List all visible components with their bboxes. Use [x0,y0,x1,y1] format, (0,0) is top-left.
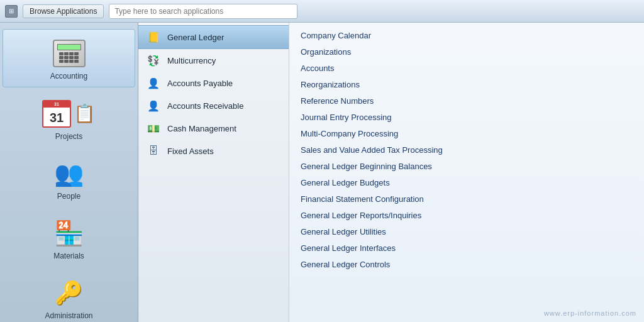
right-item-gl-controls[interactable]: General Ledger Controls [299,257,634,273]
sidebar-item-projects[interactable]: 31 31 📋 Projects [3,90,135,147]
multicurrency-label: Multicurrency [167,56,216,65]
administration-icon: 🔑 [50,275,88,310]
sidebar-materials-label: Materials [53,252,84,260]
main-container: Accounting 31 31 📋 Projects 👥 People [0,23,644,322]
sidebar-people-label: People [57,192,80,201]
right-item-reorganizations[interactable]: Reorganizations [299,77,634,93]
right-item-gl-budgets[interactable]: General Ledger Budgets [299,175,634,191]
fixed-assets-label: Fixed Assets [167,147,214,156]
sidebar-item-people[interactable]: 👥 People [3,150,135,207]
right-item-sales-value-added[interactable]: Sales and Value Added Tax Processing [299,142,634,158]
sidebar-item-materials[interactable]: 🏪 Materials [3,209,135,267]
accounts-payable-label: Accounts Payable [167,79,233,88]
browse-apps-button[interactable]: Browse Applications [23,4,104,18]
general-ledger-icon: 📒 [145,30,162,45]
sidebar: Accounting 31 31 📋 Projects 👥 People [0,23,138,322]
accounts-receivable-label: Accounts Receivable [167,101,243,111]
middle-item-general-ledger[interactable]: 📒 General Ledger [138,25,289,49]
right-item-multi-company-processing[interactable]: Multi-Company Processing [299,126,634,142]
cash-management-icon: 💵 [145,121,162,136]
right-item-accounts[interactable]: Accounts [299,60,634,77]
app-icon: ⊞ [5,5,18,18]
top-bar: ⊞ Browse Applications [0,0,644,23]
materials-icon: 🏪 [50,216,88,250]
middle-item-accounts-receivable[interactable]: 👤 Accounts Receivable [138,94,289,117]
right-item-gl-utilities[interactable]: General Ledger Utilities [299,224,634,240]
right-item-reference-numbers[interactable]: Reference Numbers [299,93,634,109]
sidebar-administration-label: Administration [45,311,92,320]
sidebar-projects-label: Projects [55,132,82,141]
cash-management-label: Cash Management [167,124,236,133]
sidebar-item-accounting[interactable]: Accounting [3,29,135,87]
multicurrency-icon: 💱 [145,53,162,68]
right-item-gl-reports-inquiries[interactable]: General Ledger Reports/Inquiries [299,208,634,224]
right-item-gl-beginning-balances[interactable]: General Ledger Beginning Balances [299,158,634,175]
middle-panel: 📒 General Ledger 💱 Multicurrency 👤 Accou… [138,23,289,322]
right-item-journal-entry-processing[interactable]: Journal Entry Processing [299,109,634,126]
accounts-payable-icon: 👤 [145,75,162,91]
right-panel: Company Calendar Organizations Accounts … [289,23,644,322]
accounts-receivable-icon: 👤 [145,98,162,113]
right-item-gl-interfaces[interactable]: General Ledger Interfaces [299,240,634,257]
watermark: www.erp-information.com [544,309,636,317]
people-icon: 👥 [50,156,88,191]
middle-item-accounts-payable[interactable]: 👤 Accounts Payable [138,72,289,94]
sidebar-item-administration[interactable]: 🔑 Administration [3,269,135,322]
fixed-assets-icon: 🗄 [145,143,162,158]
middle-item-fixed-assets[interactable]: 🗄 Fixed Assets [138,140,289,162]
search-input[interactable] [109,4,297,19]
right-item-financial-statement-config[interactable]: Financial Statement Configuration [299,191,634,208]
sidebar-accounting-label: Accounting [50,72,87,80]
projects-icon: 31 31 📋 [50,96,88,131]
right-item-organizations[interactable]: Organizations [299,44,634,60]
general-ledger-label: General Ledger [167,33,224,42]
accounting-icon [50,36,88,70]
middle-item-multicurrency[interactable]: 💱 Multicurrency [138,49,289,72]
right-item-company-calendar[interactable]: Company Calendar [299,28,634,44]
middle-item-cash-management[interactable]: 💵 Cash Management [138,117,289,140]
